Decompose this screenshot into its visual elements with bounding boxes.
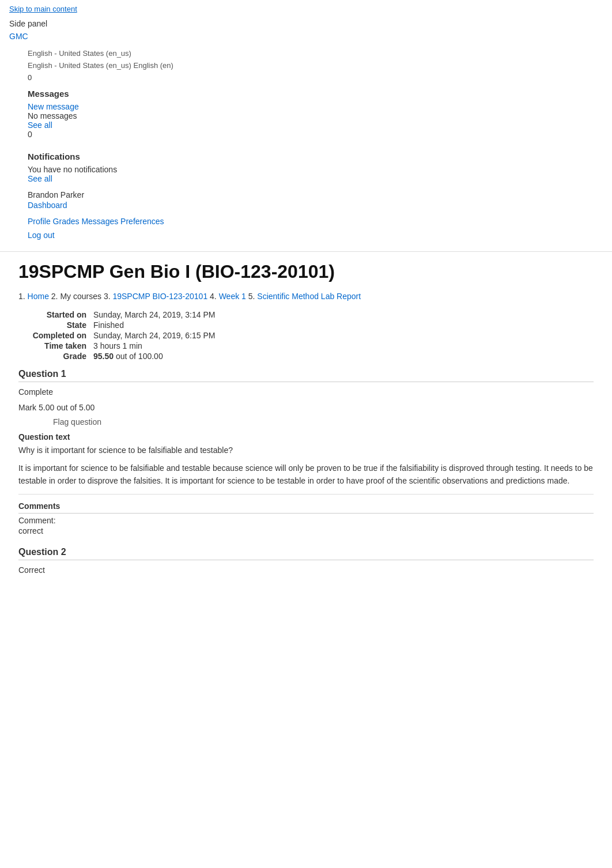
breadcrumb-course-link[interactable]: 19SPCMP BIO-123-20101 — [112, 292, 207, 301]
badge-count: 0 — [28, 72, 584, 83]
breadcrumb-item-4: 4. Week 1 — [210, 292, 246, 301]
user-name: Brandon Parker — [28, 190, 584, 199]
breadcrumb-home-link[interactable]: Home — [28, 292, 49, 301]
notifications-heading: Notifications — [28, 152, 584, 161]
language-line1: English - United States (en_us) — [28, 48, 584, 60]
preferences-link[interactable]: Preferences — [120, 217, 164, 226]
completed-on-value: Sunday, March 24, 2019, 6:15 PM — [93, 331, 215, 340]
logout-link[interactable]: Log out — [28, 231, 55, 240]
messages-heading: Messages — [28, 89, 584, 99]
grade-value: 95.50 out of 100.00 — [93, 352, 163, 361]
grade-label: Grade — [18, 352, 93, 361]
messages-count: 0 — [28, 130, 584, 139]
meta-table: Started on Sunday, March 24, 2019, 3:14 … — [0, 308, 612, 369]
gmc-link[interactable]: GMC — [0, 31, 612, 46]
profile-link[interactable]: Profile — [28, 217, 51, 226]
language-line2: English - United States (en_us) English … — [28, 60, 584, 72]
question-2-title: Question 2 — [18, 547, 594, 560]
started-on-label: Started on — [18, 310, 93, 319]
time-taken-label: Time taken — [18, 341, 93, 350]
notifications-see-all-link[interactable]: See all — [28, 174, 52, 183]
breadcrumb-item-2: 2. My courses — [51, 292, 101, 301]
messages-see-all-link[interactable]: See all — [28, 120, 52, 130]
breadcrumb-week-link[interactable]: Week 1 — [219, 292, 246, 301]
question-1-status: Complete — [18, 386, 594, 399]
question-1-section: Question 1 Complete Mark 5.00 out of 5.0… — [18, 369, 594, 536]
question-1-mark: Mark 5.00 out of 5.00 — [18, 401, 594, 415]
time-taken-value: 3 hours 1 min — [93, 341, 142, 350]
question-1-title: Question 1 — [18, 369, 594, 382]
comment-value: correct — [18, 526, 594, 535]
question-1-answer: It is important for science to be falsif… — [18, 462, 594, 488]
breadcrumb: 1. Home 2. My courses 3. 19SPCMP BIO-123… — [0, 289, 612, 308]
question-2-status: Correct — [18, 564, 594, 578]
page-title: 19SPCMP Gen Bio I (BIO-123-20101) — [0, 251, 612, 289]
grades-link[interactable]: Grades — [53, 217, 80, 226]
question-1-body: Why is it important for science to be fa… — [18, 444, 594, 456]
dashboard-link[interactable]: Dashboard — [28, 201, 67, 210]
comment-label: Comment: — [18, 516, 594, 525]
completed-on-label: Completed on — [18, 331, 93, 340]
state-value: Finished — [93, 320, 124, 330]
skip-to-main-link[interactable]: Skip to main content — [0, 0, 612, 18]
question-2-section: Question 2 Correct — [18, 547, 594, 578]
messages-nav-link[interactable]: Messages — [81, 217, 118, 226]
breadcrumb-item-3: 3. 19SPCMP BIO-123-20101 — [104, 292, 207, 301]
comments-heading: Comments — [18, 501, 594, 514]
new-message-link[interactable]: New message — [28, 102, 79, 111]
side-panel-label: Side panel — [0, 18, 612, 31]
no-notifications-text: You have no notifications — [28, 165, 584, 174]
breadcrumb-item-5: 5. Scientific Method Lab Report — [248, 292, 361, 301]
breadcrumb-lab-link[interactable]: Scientific Method Lab Report — [257, 292, 361, 301]
started-on-value: Sunday, March 24, 2019, 3:14 PM — [93, 310, 215, 319]
no-messages-text: No messages — [28, 111, 584, 120]
question-1-flag: Flag question — [53, 417, 594, 427]
divider-1 — [18, 494, 594, 495]
question-text-heading: Question text — [18, 432, 594, 441]
state-label: State — [18, 320, 93, 330]
breadcrumb-item-1: 1. Home — [18, 292, 49, 301]
